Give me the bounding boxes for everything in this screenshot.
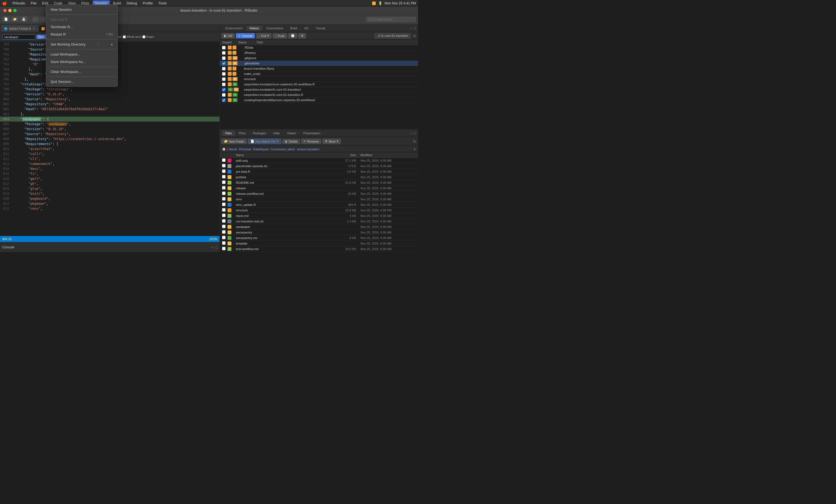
clear-workspace-label: Clear Workspace... — [51, 70, 81, 74]
menu-separator3 — [46, 49, 117, 50]
new-session-label: New Session — [51, 7, 72, 12]
set-working-dir-item[interactable]: Set Working Directory › — [46, 41, 117, 48]
save-workspace-item[interactable]: Save Workspace As... — [46, 58, 117, 65]
restart-r-item[interactable]: Restart R ⇧⌘0 — [46, 31, 117, 38]
clear-workspace-item[interactable]: Clear Workspace... — [46, 68, 117, 75]
interrupt-r-label: Interrupt R — [51, 17, 68, 22]
quit-session-label: Quit Session... — [51, 80, 74, 84]
terminate-r-label: Terminate R... — [51, 25, 73, 29]
menu-separator2 — [46, 39, 117, 40]
new-session-item[interactable]: New Session — [46, 6, 117, 13]
interrupt-r-item: Interrupt R — [46, 16, 117, 23]
restart-r-shortcut: ⇧⌘0 — [106, 33, 113, 36]
restart-r-label: Restart R — [51, 32, 66, 37]
menu-separator — [46, 14, 117, 15]
terminate-r-item[interactable]: Terminate R... — [46, 23, 117, 31]
load-workspace-item[interactable]: Load Workspace... — [46, 51, 117, 58]
quit-session-item[interactable]: Quit Session... — [46, 78, 117, 85]
session-dropdown-menu: New Session Interrupt R Terminate R... R… — [46, 4, 118, 87]
save-workspace-label: Save Workspace As... — [51, 60, 86, 64]
submenu-arrow-icon: › — [98, 42, 99, 46]
load-workspace-label: Load Workspace... — [51, 52, 80, 56]
dropdown-overlay[interactable]: New Session Interrupt R Terminate R... R… — [0, 0, 418, 252]
set-working-dir-label: Set Working Directory — [51, 42, 86, 46]
menu-separator4 — [46, 66, 117, 67]
